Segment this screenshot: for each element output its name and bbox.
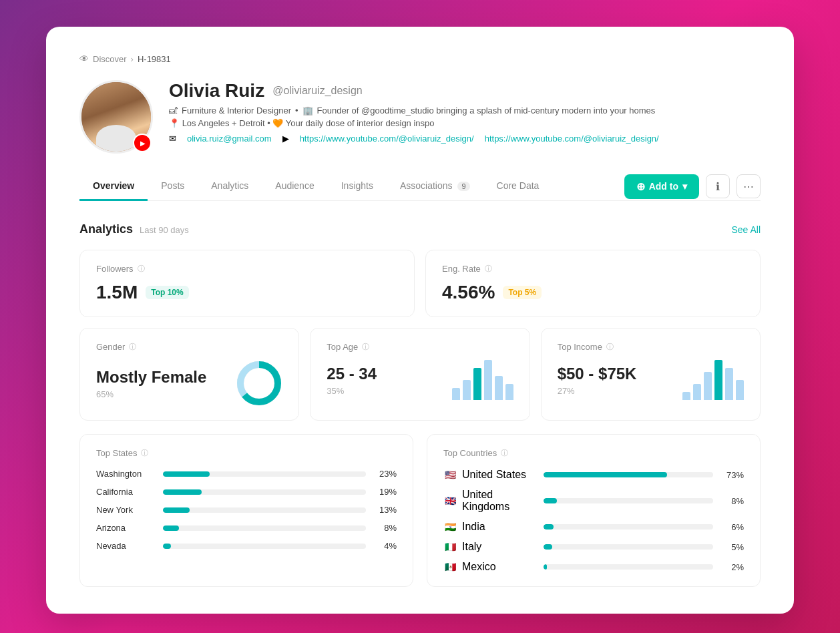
info-button[interactable]: ℹ bbox=[706, 174, 730, 198]
gender-sub: 65% bbox=[96, 389, 206, 399]
yt-link-icon: ▶ bbox=[282, 134, 289, 144]
tab-overview[interactable]: Overview bbox=[79, 172, 148, 201]
state-track-nevada bbox=[163, 544, 366, 549]
add-to-label: Add to bbox=[649, 181, 678, 192]
country-row-india: 🇮🇳 India 6% bbox=[443, 521, 744, 533]
country-track-mexico bbox=[544, 564, 713, 570]
tab-core-data[interactable]: Core Data bbox=[483, 172, 553, 201]
country-track-us bbox=[544, 472, 713, 477]
youtube-link[interactable]: https://www.youtube.com/@oliviaruiz_desi… bbox=[300, 134, 474, 144]
analytics-heading: Analytics bbox=[79, 222, 133, 236]
top-countries-info-icon[interactable]: ⓘ bbox=[501, 448, 508, 458]
email-icon: ✉ bbox=[169, 134, 176, 144]
eng-rate-info-icon[interactable]: ⓘ bbox=[485, 264, 492, 274]
profile-name-row: Olivia Ruiz @oliviaruiz_design bbox=[169, 80, 761, 101]
see-all-link[interactable]: See All bbox=[731, 224, 761, 235]
state-pct-nevada: 4% bbox=[373, 541, 397, 551]
us-flag: 🇺🇸 bbox=[443, 470, 457, 479]
gender-donut-chart bbox=[236, 360, 282, 407]
income-bar-2 bbox=[693, 384, 701, 400]
profile-links: ✉ olivia.ruiz@gmail.com ▶ https://www.yo… bbox=[169, 134, 761, 144]
followers-badge: Top 10% bbox=[146, 286, 188, 299]
state-track-newyork bbox=[163, 507, 366, 513]
top-income-info-icon[interactable]: ⓘ bbox=[606, 342, 614, 352]
state-row-nevada: Nevada 4% bbox=[96, 541, 397, 551]
followers-info-icon[interactable]: ⓘ bbox=[138, 264, 145, 274]
state-pct-arizona: 8% bbox=[373, 523, 397, 533]
country-name-us: United States bbox=[462, 469, 526, 481]
country-label-italy: 🇮🇹 Italy bbox=[443, 541, 537, 553]
age-bar-3 bbox=[473, 368, 481, 400]
age-bar-4 bbox=[484, 360, 492, 400]
plus-icon: ⊕ bbox=[636, 180, 645, 193]
top-age-label: Top Age ⓘ bbox=[327, 342, 513, 352]
tab-audience[interactable]: Audience bbox=[262, 172, 327, 201]
gender-card: Gender ⓘ Mostly Female 65% bbox=[79, 328, 299, 421]
stats-row-1: Followers ⓘ 1.5M Top 10% Eng. Rate ⓘ 4.5… bbox=[79, 250, 761, 317]
state-label-washington: Washington bbox=[96, 469, 156, 479]
age-bar-6 bbox=[505, 384, 513, 400]
top-countries-card: Top Countries ⓘ 🇺🇸 United States 73% 🇬🇧 … bbox=[427, 434, 761, 587]
country-label-india: 🇮🇳 India bbox=[443, 521, 537, 533]
top-income-card-inner: $50 - $75K 27% bbox=[558, 360, 744, 400]
state-row-washington: Washington 23% bbox=[96, 469, 397, 479]
profile-title: Furniture & Interior Designer bbox=[182, 106, 291, 116]
top-age-sub: 35% bbox=[327, 386, 377, 396]
state-pct-california: 19% bbox=[373, 487, 397, 497]
country-row-uk: 🇬🇧 United Kingdoms 8% bbox=[443, 489, 744, 513]
tabs-row: Overview Posts Analytics Audience Insigh… bbox=[79, 172, 761, 201]
tab-analytics[interactable]: Analytics bbox=[198, 172, 262, 201]
country-pct-india: 6% bbox=[720, 522, 744, 532]
income-bar-5 bbox=[725, 368, 733, 400]
profile-section: Olivia Ruiz @oliviaruiz_design 🛋 Furnitu… bbox=[79, 80, 761, 154]
profile-handle: @oliviaruiz_design bbox=[272, 85, 363, 97]
eye-icon: 👁 bbox=[79, 53, 89, 64]
state-fill-washington bbox=[163, 471, 210, 477]
associations-badge: 9 bbox=[457, 182, 469, 191]
gender-info-icon[interactable]: ⓘ bbox=[129, 342, 136, 352]
country-fill-us bbox=[544, 472, 667, 477]
state-row-newyork: New York 13% bbox=[96, 505, 397, 515]
location-text: Los Angeles + Detroit • 🧡 Your daily dos… bbox=[182, 118, 435, 128]
top-states-info-icon[interactable]: ⓘ bbox=[141, 448, 148, 458]
breadcrumb-discover[interactable]: Discover bbox=[93, 54, 127, 64]
state-label-arizona: Arizona bbox=[96, 523, 156, 533]
profile-info: Olivia Ruiz @oliviaruiz_design 🛋 Furnitu… bbox=[169, 80, 761, 144]
tab-associations[interactable]: Associations 9 bbox=[387, 172, 483, 201]
state-row-arizona: Arizona 8% bbox=[96, 523, 397, 533]
italy-flag: 🇮🇹 bbox=[443, 542, 457, 552]
more-button[interactable]: ⋯ bbox=[737, 174, 761, 198]
state-label-nevada: Nevada bbox=[96, 541, 156, 551]
tab-insights[interactable]: Insights bbox=[328, 172, 387, 201]
profile-location: 📍 Los Angeles + Detroit • 🧡 Your daily d… bbox=[169, 118, 761, 128]
add-to-button[interactable]: ⊕ Add to ▾ bbox=[624, 174, 699, 199]
profile-founder-icon: 🏢 bbox=[302, 106, 313, 116]
state-label-california: California bbox=[96, 487, 156, 497]
country-track-italy bbox=[544, 544, 713, 550]
state-pct-newyork: 13% bbox=[373, 505, 397, 515]
followers-value: 1.5M bbox=[96, 282, 138, 303]
gender-card-inner: Mostly Female 65% bbox=[96, 360, 282, 407]
state-pct-washington: 23% bbox=[373, 469, 397, 479]
top-age-value: 25 - 34 bbox=[327, 365, 377, 383]
age-bar-5 bbox=[495, 376, 503, 400]
top-income-sub: 27% bbox=[558, 386, 637, 396]
tab-posts[interactable]: Posts bbox=[148, 172, 198, 201]
main-card: 👁 Discover › H-19831 Olivia Ruiz @olivia… bbox=[46, 27, 794, 614]
top-age-info-icon[interactable]: ⓘ bbox=[362, 342, 369, 352]
top-income-card: Top Income ⓘ $50 - $75K 27% bbox=[541, 328, 761, 421]
info-icon: ℹ bbox=[716, 180, 720, 193]
profile-name: Olivia Ruiz bbox=[169, 80, 264, 101]
country-label-uk: 🇬🇧 United Kingdoms bbox=[443, 489, 537, 513]
country-row-mexico: 🇲🇽 Mexico 2% bbox=[443, 561, 744, 573]
youtube-link-text[interactable]: https://www.youtube.com/@oliviaruiz_desi… bbox=[485, 134, 659, 144]
state-fill-arizona bbox=[163, 525, 179, 531]
profile-bio: 🛋 Furniture & Interior Designer • 🏢 Foun… bbox=[169, 106, 761, 116]
state-fill-newyork bbox=[163, 507, 190, 513]
chevron-icon: › bbox=[131, 54, 134, 64]
email-link[interactable]: olivia.ruiz@gmail.com bbox=[187, 134, 272, 144]
country-fill-italy bbox=[544, 544, 552, 550]
top-countries-title: Top Countries ⓘ bbox=[443, 448, 744, 458]
eng-rate-value-row: 4.56% Top 5% bbox=[442, 282, 744, 303]
country-pct-italy: 5% bbox=[720, 542, 744, 552]
